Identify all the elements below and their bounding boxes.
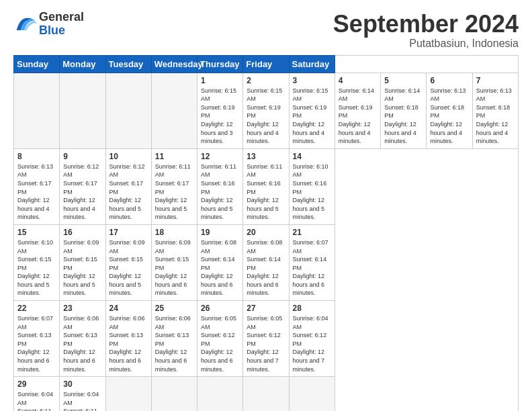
calendar-cell <box>105 377 151 411</box>
calendar-cell <box>60 73 105 148</box>
logo-general: General <box>39 11 84 24</box>
day-number: 29 <box>17 379 56 389</box>
sunset: Sunset: 6:12 PM <box>201 332 235 347</box>
day-info: Sunrise: 6:10 AM Sunset: 6:15 PM Dayligh… <box>17 238 56 298</box>
calendar-cell: 13 Sunrise: 6:11 AM Sunset: 6:16 PM Dayl… <box>243 148 289 224</box>
calendar-cell: 4 Sunrise: 6:14 AM Sunset: 6:19 PM Dayli… <box>335 73 380 148</box>
sunset: Sunset: 6:19 PM <box>293 104 327 120</box>
daylight: Daylight: 12 hours and 6 minutes. <box>155 273 187 296</box>
day-info: Sunrise: 6:12 AM Sunset: 6:17 PM Dayligh… <box>109 163 148 222</box>
day-info: Sunrise: 6:04 AM Sunset: 6:11 PM Dayligh… <box>63 390 101 411</box>
calendar-cell: 15 Sunrise: 6:10 AM Sunset: 6:15 PM Dayl… <box>14 224 60 300</box>
col-tuesday: Tuesday <box>105 55 151 73</box>
calendar-cell: 28 Sunrise: 6:04 AM Sunset: 6:12 PM Dayl… <box>289 301 335 377</box>
day-number: 13 <box>247 152 285 161</box>
sunrise: Sunrise: 6:09 AM <box>155 239 191 255</box>
daylight: Daylight: 12 hours and 4 minutes. <box>293 121 325 144</box>
calendar-cell <box>151 73 197 148</box>
sunset: Sunset: 6:16 PM <box>201 180 235 195</box>
sunrise: Sunrise: 6:06 AM <box>109 315 145 330</box>
daylight: Daylight: 12 hours and 5 minutes. <box>17 273 50 296</box>
calendar-cell: 1 Sunrise: 6:15 AM Sunset: 6:19 PM Dayli… <box>197 73 243 148</box>
daylight: Daylight: 12 hours and 7 minutes. <box>247 349 279 372</box>
sunset: Sunset: 6:18 PM <box>430 104 464 120</box>
calendar-cell: 27 Sunrise: 6:05 AM Sunset: 6:12 PM Dayl… <box>243 301 289 377</box>
sunrise: Sunrise: 6:09 AM <box>109 239 145 255</box>
day-info: Sunrise: 6:07 AM Sunset: 6:13 PM Dayligh… <box>17 314 56 373</box>
calendar-cell: 6 Sunrise: 6:13 AM Sunset: 6:18 PM Dayli… <box>427 73 472 148</box>
sunset: Sunset: 6:13 PM <box>155 332 189 347</box>
sunset: Sunset: 6:14 PM <box>201 256 235 271</box>
calendar-cell: 23 Sunrise: 6:06 AM Sunset: 6:13 PM Dayl… <box>60 301 105 377</box>
sunset: Sunset: 6:16 PM <box>247 180 281 195</box>
daylight: Daylight: 12 hours and 5 minutes. <box>247 197 279 220</box>
daylight: Daylight: 12 hours and 5 minutes. <box>63 273 95 296</box>
daylight: Daylight: 12 hours and 6 minutes. <box>201 273 233 296</box>
day-number: 16 <box>63 228 101 237</box>
sunset: Sunset: 6:13 PM <box>109 332 144 347</box>
calendar-cell <box>289 377 335 411</box>
day-info: Sunrise: 6:11 AM Sunset: 6:17 PM Dayligh… <box>155 163 193 222</box>
day-number: 3 <box>293 76 331 85</box>
sunrise: Sunrise: 6:13 AM <box>17 163 53 179</box>
page: General Blue September 2024 Putatbasiun,… <box>0 0 532 411</box>
day-number: 18 <box>155 228 193 237</box>
day-number: 25 <box>155 304 193 313</box>
calendar-cell: 9 Sunrise: 6:12 AM Sunset: 6:17 PM Dayli… <box>60 148 105 224</box>
sunset: Sunset: 6:14 PM <box>293 256 327 271</box>
logo-bird-icon <box>13 13 38 35</box>
sunrise: Sunrise: 6:13 AM <box>430 87 466 103</box>
calendar-cell: 14 Sunrise: 6:10 AM Sunset: 6:16 PM Dayl… <box>289 148 335 224</box>
daylight: Daylight: 12 hours and 4 minutes. <box>17 197 50 220</box>
sunset: Sunset: 6:13 PM <box>17 332 52 347</box>
daylight: Daylight: 12 hours and 5 minutes. <box>155 197 187 220</box>
calendar-week-2: 15 Sunrise: 6:10 AM Sunset: 6:15 PM Dayl… <box>14 224 519 300</box>
sunset: Sunset: 6:15 PM <box>63 256 97 271</box>
calendar-subtitle: Putatbasiun, Indonesia <box>333 38 519 50</box>
day-info: Sunrise: 6:15 AM Sunset: 6:19 PM Dayligh… <box>247 87 285 146</box>
daylight: Daylight: 12 hours and 7 minutes. <box>293 349 325 372</box>
day-number: 30 <box>63 379 101 389</box>
col-thursday: Thursday <box>197 55 243 73</box>
sunset: Sunset: 6:19 PM <box>339 104 373 120</box>
day-number: 17 <box>109 228 148 237</box>
daylight: Daylight: 12 hours and 5 minutes. <box>293 197 325 220</box>
calendar-cell: 10 Sunrise: 6:12 AM Sunset: 6:17 PM Dayl… <box>105 148 151 224</box>
calendar-cell: 12 Sunrise: 6:11 AM Sunset: 6:16 PM Dayl… <box>197 148 243 224</box>
calendar-header: Sunday Monday Tuesday Wednesday Thursday… <box>14 55 519 73</box>
sunrise: Sunrise: 6:15 AM <box>247 87 282 103</box>
sunset: Sunset: 6:19 PM <box>201 104 235 120</box>
day-number: 10 <box>109 152 148 161</box>
day-number: 7 <box>476 76 515 85</box>
sunset: Sunset: 6:15 PM <box>155 256 189 271</box>
calendar-cell: 24 Sunrise: 6:06 AM Sunset: 6:13 PM Dayl… <box>105 301 151 377</box>
sunset: Sunset: 6:18 PM <box>476 104 511 120</box>
day-info: Sunrise: 6:05 AM Sunset: 6:12 PM Dayligh… <box>247 314 285 373</box>
sunset: Sunset: 6:17 PM <box>63 180 97 195</box>
calendar-cell <box>243 377 289 411</box>
day-info: Sunrise: 6:06 AM Sunset: 6:13 PM Dayligh… <box>109 314 148 373</box>
day-info: Sunrise: 6:05 AM Sunset: 6:12 PM Dayligh… <box>201 314 239 373</box>
sunrise: Sunrise: 6:11 AM <box>247 163 282 179</box>
sunset: Sunset: 6:17 PM <box>17 180 52 195</box>
day-info: Sunrise: 6:11 AM Sunset: 6:16 PM Dayligh… <box>247 163 285 222</box>
calendar-cell: 2 Sunrise: 6:15 AM Sunset: 6:19 PM Dayli… <box>243 73 289 148</box>
day-info: Sunrise: 6:12 AM Sunset: 6:17 PM Dayligh… <box>63 163 101 222</box>
sunset: Sunset: 6:11 PM <box>17 408 52 411</box>
calendar-title: September 2024 <box>333 11 519 38</box>
day-info: Sunrise: 6:09 AM Sunset: 6:15 PM Dayligh… <box>155 238 193 298</box>
day-number: 24 <box>109 304 148 313</box>
sunrise: Sunrise: 6:10 AM <box>17 239 53 255</box>
daylight: Daylight: 12 hours and 4 minutes. <box>384 121 416 144</box>
sunset: Sunset: 6:13 PM <box>63 332 97 347</box>
sunrise: Sunrise: 6:08 AM <box>201 239 236 255</box>
day-number: 2 <box>247 76 285 85</box>
calendar-cell: 11 Sunrise: 6:11 AM Sunset: 6:17 PM Dayl… <box>151 148 197 224</box>
daylight: Daylight: 12 hours and 4 minutes. <box>247 121 279 144</box>
day-number: 4 <box>339 76 377 85</box>
daylight: Daylight: 12 hours and 5 minutes. <box>201 197 233 220</box>
sunrise: Sunrise: 6:04 AM <box>17 391 53 406</box>
sunrise: Sunrise: 6:04 AM <box>293 315 328 330</box>
title-block: September 2024 Putatbasiun, Indonesia <box>333 11 519 50</box>
day-info: Sunrise: 6:11 AM Sunset: 6:16 PM Dayligh… <box>201 163 239 222</box>
